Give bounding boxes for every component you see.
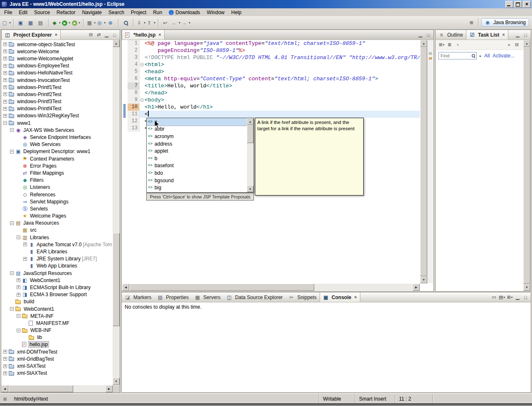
annotation-mark[interactable]	[429, 57, 432, 59]
java-browsing-perspective-button[interactable]: ◉ Java Browsing	[481, 18, 529, 27]
trim-stack-icon[interactable]: ⊞	[0, 396, 10, 402]
menu-refactor[interactable]: Refactor	[53, 9, 79, 16]
menu-help[interactable]: Help	[228, 9, 245, 16]
minimize-button[interactable]: ▁	[103, 32, 110, 38]
collapse-all-button[interactable]: ⊟	[87, 32, 94, 38]
tree-item[interactable]: +xml-StAXTest	[2, 370, 112, 377]
completion-item-abbr[interactable]: <>abbr	[147, 126, 247, 133]
scroll-down-icon[interactable]: ▼	[420, 276, 427, 283]
tree-item[interactable]: −▤Java Resources	[2, 220, 112, 227]
tree-item[interactable]: −◉JAX-WS Web Services	[2, 126, 112, 134]
maximize-button[interactable]: □	[425, 32, 432, 38]
menu-source[interactable]: Source	[31, 9, 53, 16]
tree-expander-icon[interactable]: +	[3, 364, 7, 368]
close-tab-icon[interactable]: ×	[502, 32, 505, 37]
maximize-window-button[interactable]	[514, 1, 522, 8]
new-button[interactable]: ▢▾	[1, 18, 11, 28]
completion-item-a[interactable]: <>a	[147, 118, 247, 126]
completion-item-bdo[interactable]: <>bdo	[147, 169, 247, 177]
tree-item[interactable]: ◆Filters	[2, 177, 112, 184]
tree-item[interactable]: MANIFEST.MF	[2, 319, 112, 327]
dropdown-arrow-icon[interactable]: ▾	[69, 21, 70, 25]
overview-ruler[interactable]	[427, 40, 433, 283]
open-perspective-button[interactable]: ⊞	[468, 19, 475, 26]
tree-item[interactable]: ▮Web App Libraries	[2, 262, 112, 270]
menu-downloads[interactable]: ↓Downloads	[165, 9, 203, 16]
menu-search[interactable]: Search	[105, 9, 128, 16]
menu-navigate[interactable]: Navigate	[79, 9, 105, 16]
tree-item[interactable]: +◧WebContent1	[2, 277, 112, 284]
tree-item[interactable]: −▤JavaScript Resources	[2, 270, 112, 277]
external-tools-button[interactable]: ▶▾	[71, 18, 81, 28]
open-console-button[interactable]: ⊞▾	[506, 294, 513, 301]
dropdown-arrow-icon[interactable]: ▾	[144, 21, 145, 25]
launch-web-browser-button[interactable]: ⊕	[106, 18, 116, 28]
minimize-window-button[interactable]	[505, 1, 513, 8]
web-service-button[interactable]: ◎▾	[96, 18, 106, 28]
assist-scrollbar[interactable]: ▲ ▼	[247, 118, 254, 192]
collapse-toggle-icon[interactable]: −	[140, 63, 144, 67]
tree-expander-icon[interactable]: +	[3, 57, 7, 60]
scroll-down-icon[interactable]: ▼	[523, 284, 530, 291]
dropdown-arrow-icon[interactable]: ▾	[9, 21, 11, 25]
tree-item[interactable]: ⚑Context Parameters	[2, 155, 112, 162]
view-tab-project-explorer[interactable]: ◫Project Explorer×	[1, 30, 61, 40]
tree-expander-icon[interactable]: +	[23, 243, 27, 246]
tree-item[interactable]: ★Welcome Pages	[2, 213, 112, 220]
tree-item[interactable]: +windows-Printf4Test	[2, 105, 112, 112]
tree-expander-icon[interactable]: +	[3, 371, 7, 375]
tree-item[interactable]: −WebContent1	[2, 305, 112, 312]
view-tab-properties[interactable]: ▤Properties	[154, 292, 192, 302]
tree-item[interactable]: +▮Apache Tomcat v7.0 [Apache Tom	[2, 241, 112, 248]
tree-item[interactable]: +welcome-object-StaticTest	[2, 41, 112, 48]
task-list-vertical-scrollbar[interactable]: ▲ ▼	[523, 40, 530, 291]
completion-item-acronym[interactable]: <>acronym	[147, 133, 247, 140]
close-tab-icon[interactable]: ×	[158, 32, 161, 37]
tree-item[interactable]: +xml-DOMTreeTest	[2, 348, 112, 355]
tree-item[interactable]: +windows-Printf3Test	[2, 98, 112, 105]
tree-item[interactable]: ⓈServlets	[2, 205, 112, 212]
minimize-button[interactable]: ▁	[514, 294, 521, 301]
tree-item[interactable]: −META-INF	[2, 312, 112, 319]
next-annotation-button[interactable]: ⇩▾	[136, 18, 146, 28]
tree-item[interactable]: +welcome-Welcome	[2, 48, 112, 55]
print-button[interactable]: ▤	[36, 18, 46, 28]
back-button[interactable]: ←▾	[171, 18, 181, 28]
tree-item[interactable]: +windows-EmployeeTest	[2, 62, 112, 69]
project-explorer-vertical-scrollbar[interactable]: ▲ ▼	[113, 40, 120, 385]
close-window-button[interactable]	[523, 1, 531, 8]
collapse-toggle-icon[interactable]: −	[140, 98, 144, 102]
tree-item[interactable]: ◎Listeners	[2, 184, 112, 191]
new-task-button[interactable]: ⊞▾	[438, 42, 445, 48]
tree-expander-icon[interactable]: −	[10, 271, 14, 275]
tree-expander-icon[interactable]: +	[3, 114, 7, 118]
link-with-editor-button[interactable]: ⇄	[95, 32, 102, 38]
dropdown-arrow-icon[interactable]: ▾	[94, 21, 96, 25]
menu-run[interactable]: Run	[150, 9, 165, 16]
tree-item[interactable]: ▦src	[2, 227, 112, 234]
tree-expander-icon[interactable]: +	[3, 42, 7, 46]
editor-vertical-scrollbar[interactable]: ▲ ▼	[420, 40, 427, 283]
tree-item[interactable]: +xml-GridBagTest	[2, 355, 112, 362]
tree-item[interactable]: ◈Service Endpoint Interfaces	[2, 134, 112, 141]
tree-expander-icon[interactable]: −	[10, 221, 14, 225]
menu-project[interactable]: Project	[128, 9, 150, 16]
dropdown-arrow-icon[interactable]: ▾	[179, 21, 180, 25]
display-selected-console-button[interactable]: ▤▾	[498, 294, 505, 301]
tree-item[interactable]: +◨ECMA 3 Browser Support	[2, 291, 112, 298]
dropdown-arrow-icon[interactable]: ▾	[154, 21, 155, 25]
categorized-button[interactable]: ≣	[446, 42, 453, 48]
scroll-up-icon[interactable]: ▲	[420, 40, 427, 47]
annotation-mark[interactable]	[429, 52, 432, 54]
tree-expander-icon[interactable]: −	[10, 150, 14, 153]
tree-item[interactable]: ⊗Error Pages	[2, 162, 112, 169]
tree-item[interactable]: lib	[2, 334, 112, 341]
scrollbar-thumb[interactable]	[420, 47, 427, 276]
tree-item[interactable]: +windows-InvocationTest	[2, 77, 112, 84]
tree-expander-icon[interactable]: +	[17, 293, 20, 297]
scroll-right-icon[interactable]: ▶	[106, 385, 113, 392]
scrollbar-thumb[interactable]	[9, 385, 73, 392]
view-tab-outline[interactable]: ≡Outline	[436, 30, 466, 40]
completion-item-basefont[interactable]: <>basefont	[147, 162, 247, 170]
editor-horizontal-scrollbar[interactable]: ◀ ▶	[122, 284, 420, 291]
